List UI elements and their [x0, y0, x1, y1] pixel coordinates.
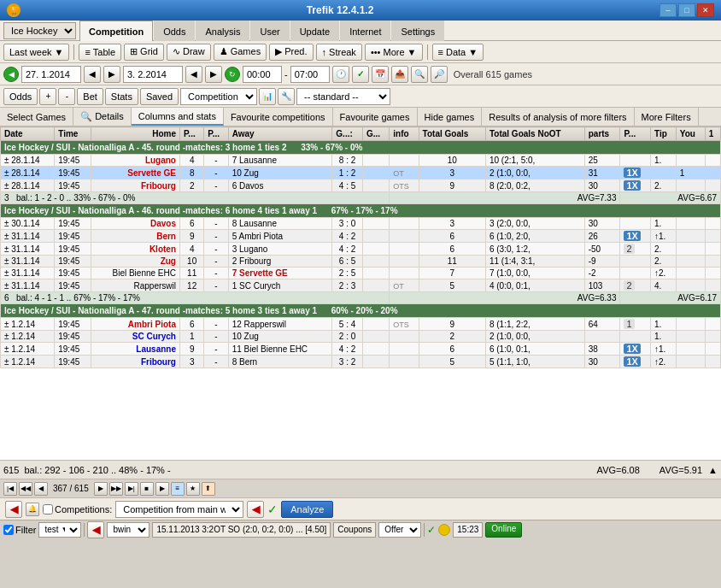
col-date[interactable]: Date [1, 127, 55, 141]
table-row[interactable]: ± 1.2.14 19:45 Fribourg 3 - 8 Bern 3 : 2… [1, 356, 721, 368]
chart-btn[interactable]: 📊 [259, 88, 276, 105]
star-btn[interactable]: ★ [186, 482, 200, 496]
resultsanalysis-btn[interactable]: Results of analysis of more filters [482, 108, 634, 126]
col-info[interactable]: info [390, 127, 419, 141]
online-button[interactable]: Online [485, 522, 522, 538]
filter-checkbox[interactable] [3, 525, 14, 535]
comp-right-arrow[interactable]: ◀ [247, 501, 264, 518]
prev-btn[interactable]: ◀ [34, 482, 48, 496]
odds-button[interactable]: Odds [3, 88, 38, 105]
maximize-button[interactable]: □ [678, 3, 695, 17]
col-time[interactable]: Time [55, 127, 91, 141]
search-btn[interactable]: 🔎 [431, 66, 448, 83]
col-totalgoalsnoOT[interactable]: Total Goals NoOT [485, 127, 584, 141]
data-button[interactable]: ≡ Data ▼ [432, 44, 484, 61]
table-row[interactable]: ± 28.1.14 19:45 Servette GE 8 - 10 Zug 1… [1, 167, 721, 179]
plus-button[interactable]: + [39, 88, 56, 105]
columnsandstats-btn[interactable]: Columns and stats [132, 108, 224, 126]
stop-btn[interactable]: ■ [140, 482, 154, 496]
table-row[interactable]: ± 1.2.14 19:45 Ambri Piota 6 - 12 Rapper… [1, 318, 721, 331]
tab-user[interactable]: User [250, 21, 289, 41]
col-home[interactable]: Home [91, 127, 179, 141]
col-hp2[interactable]: P... [204, 127, 228, 141]
streak-button[interactable]: ↑ Streak [316, 44, 362, 61]
col-parts[interactable]: parts [584, 127, 620, 141]
table-row[interactable]: ± 31.1.14 19:45 Zug 10 - 2 Fribourg 6 : … [1, 256, 721, 268]
timerange-button[interactable]: Last week ▼ [3, 44, 69, 61]
tab-settings[interactable]: Settings [391, 21, 444, 41]
tab-analysis[interactable]: Analysis [196, 21, 249, 41]
col-g1[interactable]: G...: [332, 127, 363, 141]
favouritegames-btn[interactable]: Favourite games [333, 108, 418, 126]
hidegames-btn[interactable]: Hide games [418, 108, 483, 126]
stats-button[interactable]: Stats [105, 88, 138, 105]
table-row[interactable]: ± 31.1.14 19:45 Rapperswil 12 - 1 SC Cur… [1, 279, 721, 292]
bet-button[interactable]: Bet [77, 88, 103, 105]
date-from-prev[interactable]: ◀ [84, 66, 101, 83]
col-1[interactable]: 1 [705, 127, 720, 141]
competitions-checkbox[interactable] [43, 504, 53, 514]
col-you[interactable]: You [676, 127, 705, 141]
sort-btn[interactable]: ≡ [171, 482, 185, 496]
clock-btn[interactable]: 🕐 [332, 66, 349, 83]
selectgames-btn[interactable]: Select Games [0, 108, 73, 126]
details-btn[interactable]: 🔍 Details [73, 108, 132, 126]
close-button[interactable]: ✕ [697, 3, 714, 17]
col-away[interactable]: Away [228, 127, 332, 141]
prev-period-btn[interactable]: ◀ [3, 67, 19, 82]
time-from-input[interactable] [243, 66, 282, 83]
status-left-arrow[interactable]: ◀ [87, 521, 104, 538]
first-page-btn[interactable]: |◀ [3, 482, 17, 496]
more-button[interactable]: ••• More ▼ [365, 44, 423, 61]
games-button[interactable]: ♟ Games [214, 44, 267, 61]
comp-refresh-btn[interactable]: 🔔 [26, 503, 39, 516]
table-row[interactable]: ± 1.2.14 19:45 Lausanne 9 - 11 Biel Bien… [1, 343, 721, 356]
next-btn[interactable]: ▶ [94, 482, 108, 496]
table-row[interactable]: ± 28.1.14 19:45 Lugano 4 - 7 Lausanne 8 … [1, 155, 721, 167]
tab-odds[interactable]: Odds [154, 21, 195, 41]
date-to-next[interactable]: ▶ [205, 66, 222, 83]
refresh-btn[interactable]: ↻ [225, 67, 240, 82]
col-tip[interactable]: Tip [651, 127, 677, 141]
minimize-button[interactable]: – [659, 3, 677, 17]
next-page-btn[interactable]: ▶▶ [109, 482, 123, 496]
col-g2[interactable]: G... [362, 127, 389, 141]
tab-update[interactable]: Update [290, 21, 339, 41]
last-page-btn[interactable]: ▶| [125, 482, 138, 496]
table-row[interactable]: ± 31.1.14 19:45 Kloten 4 - 3 Lugano 4 : … [1, 243, 721, 256]
saved-button[interactable]: Saved [140, 88, 179, 105]
date-from-next[interactable]: ▶ [103, 66, 120, 83]
date-to-prev[interactable]: ◀ [185, 66, 202, 83]
play-btn[interactable]: ▶ [155, 482, 169, 496]
pred-button[interactable]: ▶ Pred. [269, 44, 313, 61]
date-from-input[interactable] [21, 66, 81, 83]
morefilters-btn[interactable]: More Filters [635, 108, 699, 126]
table-row[interactable]: ± 28.1.14 19:45 Fribourg 2 - 6 Davos 4 :… [1, 179, 721, 192]
grid-button[interactable]: ⊞ Grid [124, 44, 164, 61]
export-btn[interactable]: 📤 [391, 66, 408, 83]
draw-button[interactable]: ∿ Draw [167, 44, 211, 61]
info-btn[interactable]: 🔍 [411, 66, 428, 83]
col-totalgoals[interactable]: Total Goals [419, 127, 485, 141]
competition-filter-select[interactable]: Competition [180, 88, 257, 105]
standard-select[interactable]: -- standard -- [296, 88, 390, 105]
status-check-icon[interactable]: ✓ [427, 524, 436, 536]
date-to-input[interactable] [123, 66, 183, 83]
col-hp1[interactable]: P... [179, 127, 203, 141]
table-row[interactable]: ± 30.1.14 19:45 Davos 6 - 8 Lausanne 3 :… [1, 218, 721, 230]
comp-check-icon[interactable]: ✓ [267, 503, 278, 516]
time-to-input[interactable] [290, 66, 330, 83]
col-p[interactable]: P... [620, 127, 651, 141]
offer-select[interactable]: Offer [378, 522, 421, 538]
analyze-button[interactable]: Analyze [281, 501, 333, 518]
tab-competition[interactable]: Competition [79, 21, 153, 41]
filter-small-btn[interactable]: 🔧 [278, 88, 295, 105]
competition-main-select[interactable]: Competition from main window [115, 501, 243, 518]
minus-button[interactable]: - [58, 88, 75, 105]
comp-left-arrow[interactable]: ◀ [5, 501, 22, 518]
table-row[interactable]: ± 31.1.14 19:45 Bern 9 - 5 Ambri Piota 4… [1, 230, 721, 243]
sport-select[interactable]: Ice Hockey [3, 22, 76, 39]
table-row[interactable]: ± 31.1.14 19:45 Biel Bienne EHC 11 - 7 S… [1, 268, 721, 279]
filter-apply-btn[interactable]: ✓ [352, 66, 369, 83]
favouritecomp-btn[interactable]: Favourite competitions [224, 108, 333, 126]
